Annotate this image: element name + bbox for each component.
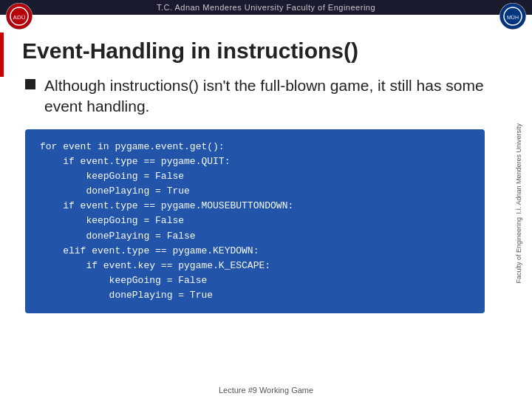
bullet-text: Although instructions() isn't the full-b… — [44, 75, 491, 117]
bullet-section: Although instructions() isn't the full-b… — [25, 75, 491, 117]
bullet-icon — [25, 79, 35, 89]
footer-label: Lecture #9 Working Game — [219, 386, 313, 395]
header-bar: T.C. Adnan Menderes University Faculty o… — [0, 0, 532, 15]
svg-text:ADÜ: ADÜ — [13, 14, 26, 21]
logo-right: MÜH — [499, 3, 526, 30]
side-text-line1: I.İ. Adnan Menderes University — [515, 123, 522, 214]
logo-left: ADÜ — [6, 3, 33, 30]
side-text-area: I.İ. Adnan Menderes University Faculty o… — [508, 37, 529, 369]
page-title: Event-Handling in instructions() — [22, 38, 491, 64]
header-university-text: T.C. Adnan Menderes University Faculty o… — [157, 3, 375, 12]
red-accent-bar — [0, 33, 4, 77]
footer: Lecture #9 Working Game — [0, 386, 532, 395]
svg-text:MÜH: MÜH — [507, 15, 519, 20]
side-text-line2: Faculty of Engineering — [515, 217, 522, 284]
main-content: Event-Handling in instructions() Althoug… — [7, 33, 502, 377]
code-block: for event in pygame.event.get(): if even… — [25, 129, 485, 314]
